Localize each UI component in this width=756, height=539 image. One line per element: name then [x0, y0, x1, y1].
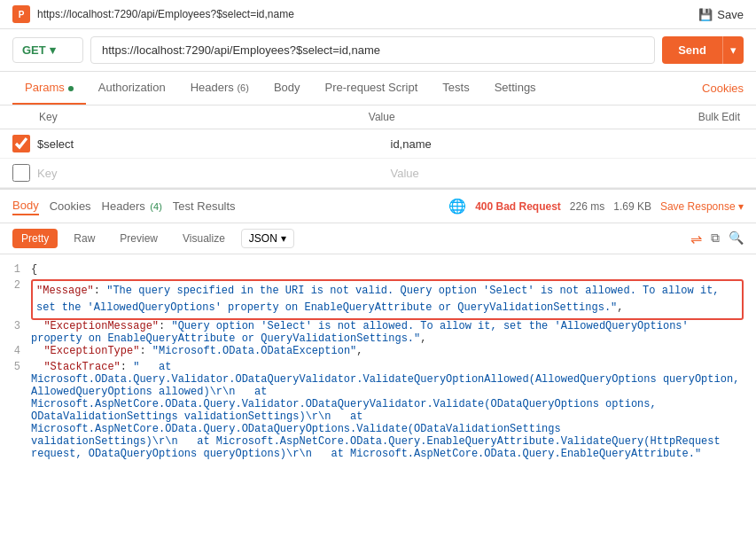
resp-tab-headers[interactable]: Headers (4): [102, 198, 162, 215]
copy-icon[interactable]: ⧉: [711, 230, 720, 247]
resp-tab-cookies[interactable]: Cookies: [50, 198, 91, 215]
tab-authorization[interactable]: Authorization: [86, 72, 178, 105]
resp-tab-test-results[interactable]: Test Results: [173, 198, 236, 215]
tab-params[interactable]: Params: [12, 72, 86, 105]
code-line-3: 3 "ExceptionMessage": "Query option 'Sel…: [0, 320, 756, 345]
format-type-select[interactable]: JSON ▾: [241, 229, 294, 248]
title-bar: P https://localhost:7290/api/Employees?$…: [0, 0, 756, 29]
send-dropdown-button[interactable]: ▾: [722, 36, 744, 64]
format-bar: Pretty Raw Preview Visualize JSON ▾ ⇌ ⧉ …: [0, 223, 756, 254]
code-line-2: 2 "Message": "The query specified in the…: [0, 279, 756, 320]
response-body-code: 1 { 2 "Message": "The query specified in…: [0, 254, 756, 503]
response-size: 1.69 KB: [613, 200, 651, 213]
url-bar: GET ▾ Send ▾: [0, 29, 756, 72]
save-response-button[interactable]: Save Response ▾: [660, 200, 744, 213]
url-input[interactable]: [90, 36, 655, 64]
format-visualize-button[interactable]: Visualize: [174, 229, 234, 248]
params-dot: [68, 86, 74, 91]
param-value-empty[interactable]: Value: [391, 167, 744, 180]
params-key-header: Key: [12, 111, 369, 123]
param-key-1[interactable]: $select: [37, 137, 391, 151]
param-key-empty[interactable]: Key: [37, 167, 391, 180]
param-value-1[interactable]: id,name: [391, 137, 744, 151]
params-header: Key Value Bulk Edit: [0, 105, 756, 129]
code-line-5: 5 "StackTrace": " at Microsoft.OData.Que…: [0, 361, 756, 460]
chevron-down-icon: ▾: [281, 232, 286, 245]
param-row-empty: Key Value: [0, 159, 756, 188]
postman-logo: P: [12, 5, 30, 23]
response-bar: Body Cookies Headers (4) Test Results 🌐 …: [0, 188, 756, 223]
params-bulk-edit[interactable]: Bulk Edit: [698, 111, 744, 123]
params-value-header: Value: [369, 111, 698, 123]
save-icon: 💾: [698, 8, 713, 21]
format-pretty-button[interactable]: Pretty: [12, 229, 58, 248]
tab-prerequest[interactable]: Pre-request Script: [313, 72, 431, 105]
send-button[interactable]: Send: [662, 36, 722, 64]
globe-icon: 🌐: [448, 198, 466, 215]
title-url: https://localhost:7290/api/Employees?$se…: [37, 8, 294, 20]
code-line-1: 1 {: [0, 263, 756, 279]
response-time: 226 ms: [570, 200, 604, 213]
save-button[interactable]: 💾 Save: [698, 8, 744, 21]
response-status-area: 🌐 400 Bad Request 226 ms 1.69 KB Save Re…: [448, 198, 744, 215]
tab-tests[interactable]: Tests: [430, 72, 481, 105]
request-tabs-bar: Params Authorization Headers (6) Body Pr…: [0, 72, 756, 105]
tab-settings[interactable]: Settings: [482, 72, 549, 105]
format-preview-button[interactable]: Preview: [111, 229, 167, 248]
cookies-link[interactable]: Cookies: [702, 82, 744, 95]
format-raw-button[interactable]: Raw: [65, 229, 104, 248]
code-line-4: 4 "ExceptionType": "Microsoft.OData.ODat…: [0, 345, 756, 361]
resp-tab-body[interactable]: Body: [12, 197, 39, 215]
param-row-1: $select id,name: [0, 129, 756, 159]
method-select[interactable]: GET ▾: [12, 37, 83, 63]
chevron-down-icon: ▾: [50, 43, 56, 57]
status-badge: 400 Bad Request: [475, 200, 561, 213]
filter-icon[interactable]: ⇌: [690, 230, 702, 247]
send-button-wrap: Send ▾: [662, 36, 744, 64]
param-checkbox-empty[interactable]: [12, 164, 30, 182]
tab-headers[interactable]: Headers (6): [178, 72, 261, 105]
search-icon[interactable]: 🔍: [729, 230, 744, 247]
tab-body[interactable]: Body: [261, 72, 313, 105]
param-checkbox-1[interactable]: [12, 135, 30, 152]
